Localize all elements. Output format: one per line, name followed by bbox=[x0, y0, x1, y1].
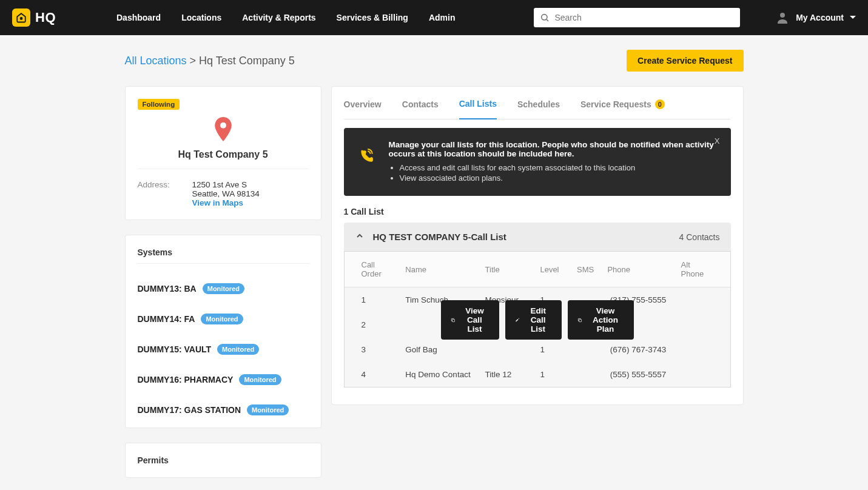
search-icon bbox=[540, 13, 550, 22]
create-service-request-button[interactable]: Create Service Request bbox=[627, 50, 743, 72]
nav-dashboard[interactable]: Dashboard bbox=[116, 13, 161, 22]
svg-point-0 bbox=[21, 18, 22, 19]
system-name: DUMMY14: FA bbox=[138, 314, 195, 324]
cell-order: 3 bbox=[345, 337, 400, 362]
banner-bullet: Access and edit call lists for each syst… bbox=[400, 163, 716, 172]
permits-card: Permits bbox=[125, 443, 321, 478]
call-list-table-wrap: Call Order Name Title Level SMS Phone Al… bbox=[344, 251, 731, 388]
nav-activity[interactable]: Activity & Reports bbox=[242, 13, 315, 22]
col-level: Level bbox=[534, 252, 571, 287]
monitored-chip: Monitored bbox=[203, 283, 244, 294]
cell-alt-phone bbox=[675, 362, 730, 387]
cell-title bbox=[479, 337, 534, 362]
col-alt-phone: Alt Phone bbox=[675, 252, 730, 287]
breadcrumb-row: All Locations > Hq Test Company 5 Create… bbox=[125, 50, 744, 72]
cell-alt-phone bbox=[675, 287, 730, 313]
tab-schedules[interactable]: Schedules bbox=[517, 99, 560, 119]
col-name: Name bbox=[399, 252, 479, 287]
banner-headline: Manage your call lists for this location… bbox=[389, 140, 716, 158]
search-input[interactable] bbox=[554, 13, 734, 22]
col-phone: Phone bbox=[601, 252, 675, 287]
call-list-count: 1 Call List bbox=[344, 207, 731, 216]
following-badge: Following bbox=[138, 99, 180, 110]
tab-service-requests[interactable]: Service Requests0 bbox=[580, 99, 665, 119]
view-in-maps-link[interactable]: View in Maps bbox=[192, 198, 309, 207]
address-line2: Seattle, WA 98134 bbox=[192, 189, 309, 198]
systems-heading: Systems bbox=[138, 247, 309, 264]
caret-down-icon bbox=[850, 15, 856, 21]
cell-order: 4 bbox=[345, 362, 400, 387]
search-box[interactable] bbox=[534, 8, 740, 27]
map-pin-icon bbox=[214, 117, 232, 141]
nav-locations[interactable]: Locations bbox=[181, 13, 221, 22]
tab-call-lists[interactable]: Call Lists bbox=[459, 99, 497, 119]
systems-card: Systems DUMMY13: BAMonitoredDUMMY14: FAM… bbox=[125, 235, 321, 428]
svg-rect-4 bbox=[452, 319, 454, 321]
system-item[interactable]: DUMMY14: FAMonitored bbox=[138, 314, 309, 324]
tab-contacts[interactable]: Contacts bbox=[402, 99, 439, 119]
cell-level: 1 bbox=[534, 362, 571, 387]
cell-alt-phone bbox=[675, 337, 730, 362]
tab-badge: 0 bbox=[655, 99, 665, 109]
breadcrumb-sep: > bbox=[190, 55, 197, 67]
svg-point-3 bbox=[220, 122, 226, 129]
main-panel: OverviewContactsCall ListsSchedulesServi… bbox=[331, 86, 744, 405]
cell-phone: (676) 767-3743 bbox=[601, 337, 675, 362]
breadcrumb: All Locations > Hq Test Company 5 bbox=[125, 55, 295, 67]
monitored-chip: Monitored bbox=[247, 404, 289, 415]
main-nav: Dashboard Locations Activity & Reports S… bbox=[116, 13, 455, 22]
brand-logo[interactable]: HQ bbox=[12, 8, 56, 27]
svg-point-1 bbox=[542, 15, 547, 20]
copy-icon bbox=[577, 316, 582, 324]
cell-sms bbox=[571, 362, 601, 387]
table-row[interactable]: 4Hq Demo ContactTitle 121(555) 555-5557 bbox=[345, 362, 730, 387]
view-call-list-button[interactable]: View Call List bbox=[441, 300, 499, 340]
chevron-up-icon[interactable] bbox=[355, 231, 365, 243]
tabs: OverviewContactsCall ListsSchedulesServi… bbox=[344, 87, 731, 119]
system-name: DUMMY15: VAULT bbox=[138, 344, 212, 354]
brand-text: HQ bbox=[35, 10, 56, 25]
location-card: Following Hq Test Company 5 Address: 125… bbox=[125, 86, 321, 220]
cell-order: 2 bbox=[345, 312, 400, 337]
cell-order: 1 bbox=[345, 287, 400, 313]
account-label: My Account bbox=[796, 13, 844, 22]
system-name: DUMMY17: GAS STATION bbox=[138, 405, 241, 415]
monitored-chip: Monitored bbox=[239, 374, 281, 385]
cell-phone: (555) 555-5557 bbox=[601, 362, 675, 387]
cell-alt-phone bbox=[675, 312, 730, 337]
edit-call-list-button[interactable]: Edit Call List bbox=[505, 300, 562, 340]
call-list-contact-count: 4 Contacts bbox=[679, 232, 720, 242]
view-action-plan-button[interactable]: View Action Plan bbox=[568, 300, 634, 340]
breadcrumb-root[interactable]: All Locations bbox=[125, 55, 187, 67]
cell-name: Hq Demo Contact bbox=[399, 362, 479, 387]
nav-services[interactable]: Services & Billing bbox=[337, 13, 408, 22]
pencil-icon bbox=[515, 316, 520, 324]
cell-sms bbox=[571, 337, 601, 362]
cell-level: 1 bbox=[534, 337, 571, 362]
brand-icon bbox=[12, 8, 30, 27]
system-item[interactable]: DUMMY16: PHARMACYMonitored bbox=[138, 374, 309, 385]
call-list-title: HQ TEST COMPANY 5-Call List bbox=[373, 232, 671, 242]
system-item[interactable]: DUMMY17: GAS STATIONMonitored bbox=[138, 404, 309, 415]
tab-overview[interactable]: Overview bbox=[344, 99, 382, 119]
system-item[interactable]: DUMMY15: VAULTMonitored bbox=[138, 344, 309, 355]
system-name: DUMMY13: BA bbox=[138, 284, 197, 294]
call-list-header[interactable]: HQ TEST COMPANY 5-Call List 4 Contacts bbox=[344, 223, 731, 251]
system-item[interactable]: DUMMY13: BAMonitored bbox=[138, 283, 309, 294]
banner-bullet: View associated action plans. bbox=[400, 173, 716, 183]
avatar-icon bbox=[775, 10, 790, 25]
col-sms: SMS bbox=[571, 252, 601, 287]
row-action-bar: View Call List Edit Call List View Actio… bbox=[441, 300, 634, 340]
account-menu[interactable]: My Account bbox=[775, 10, 856, 25]
nav-admin[interactable]: Admin bbox=[429, 13, 456, 22]
table-row[interactable]: 3Golf Bag1(676) 767-3743 bbox=[345, 337, 730, 362]
monitored-chip: Monitored bbox=[217, 344, 259, 355]
banner-close-button[interactable]: X bbox=[715, 136, 720, 146]
svg-point-2 bbox=[780, 13, 785, 18]
app-header: HQ Dashboard Locations Activity & Report… bbox=[0, 0, 868, 35]
breadcrumb-current: Hq Test Company 5 bbox=[199, 55, 295, 67]
phone-call-icon bbox=[358, 149, 374, 164]
address-line1: 1250 1st Ave S bbox=[192, 180, 309, 189]
location-title: Hq Test Company 5 bbox=[138, 149, 309, 169]
system-name: DUMMY16: PHARMACY bbox=[138, 375, 234, 384]
